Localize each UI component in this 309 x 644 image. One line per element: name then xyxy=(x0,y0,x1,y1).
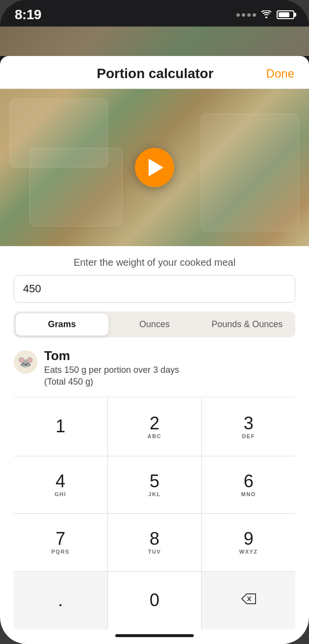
status-time: 8:19 xyxy=(15,7,41,23)
thumbnail-strip xyxy=(0,27,309,56)
unit-selector: Grams Ounces Pounds & Ounces xyxy=(14,311,295,337)
unit-ounces-button[interactable]: Ounces xyxy=(108,313,201,336)
home-bar xyxy=(115,634,194,637)
key-0[interactable]: 0 xyxy=(108,572,202,629)
weight-input[interactable] xyxy=(23,282,286,295)
keyboard-row-2: 4 GHI 5 JKL 6 MNO xyxy=(14,456,295,514)
signal-dots-icon xyxy=(236,13,256,17)
keyboard-row-4: . 0 xyxy=(14,572,295,629)
video-overlay xyxy=(0,89,309,246)
play-icon xyxy=(149,159,163,176)
person-info: Tom Eats 150 g per portion over 3 days (… xyxy=(44,348,295,387)
battery-icon xyxy=(277,10,294,19)
modal-title: Portion calculator xyxy=(97,66,213,82)
avatar: 🐭 xyxy=(14,350,37,374)
phone-frame: 8:19 Portion calculator Done xyxy=(0,0,309,644)
backspace-icon xyxy=(241,592,257,608)
modal: Portion calculator Done Enter the weight… xyxy=(0,56,309,644)
home-indicator xyxy=(0,629,309,644)
key-8[interactable]: 8 TUV xyxy=(108,514,202,571)
person-row: 🐭 Tom Eats 150 g per portion over 3 days… xyxy=(14,348,295,387)
key-5[interactable]: 5 JKL xyxy=(108,456,202,514)
modal-content: Enter the weight of your cooked meal Gra… xyxy=(0,246,309,629)
key-7[interactable]: 7 PQRS xyxy=(14,514,108,571)
key-1[interactable]: 1 xyxy=(14,398,108,456)
person-total: (Total 450 g) xyxy=(44,377,295,387)
key-3[interactable]: 3 DEF xyxy=(202,398,295,456)
keyboard-row-3: 7 PQRS 8 TUV 9 WXYZ xyxy=(14,514,295,571)
key-6[interactable]: 6 MNO xyxy=(202,456,295,514)
unit-grams-button[interactable]: Grams xyxy=(16,313,108,336)
person-detail: Eats 150 g per portion over 3 days xyxy=(44,364,295,377)
key-dot[interactable]: . xyxy=(14,572,108,629)
wifi-icon xyxy=(261,9,272,21)
key-4[interactable]: 4 GHI xyxy=(14,456,108,514)
done-button[interactable]: Done xyxy=(266,67,294,81)
weight-label: Enter the weight of your cooked meal xyxy=(14,257,295,268)
key-backspace[interactable] xyxy=(202,572,295,629)
status-bar: 8:19 xyxy=(0,0,309,27)
modal-header: Portion calculator Done xyxy=(0,56,309,89)
key-9[interactable]: 9 WXYZ xyxy=(202,514,295,571)
weight-input-wrapper[interactable] xyxy=(14,275,295,303)
key-2[interactable]: 2 ABC xyxy=(108,398,202,456)
play-button[interactable] xyxy=(135,148,174,187)
unit-pounds-ounces-button[interactable]: Pounds & Ounces xyxy=(201,313,293,336)
person-name: Tom xyxy=(44,348,295,364)
keyboard: 1 2 ABC 3 DEF 4 GHI xyxy=(14,397,295,629)
keyboard-row-1: 1 2 ABC 3 DEF xyxy=(14,398,295,456)
video-thumbnail[interactable] xyxy=(0,89,309,246)
status-icons xyxy=(236,9,294,21)
